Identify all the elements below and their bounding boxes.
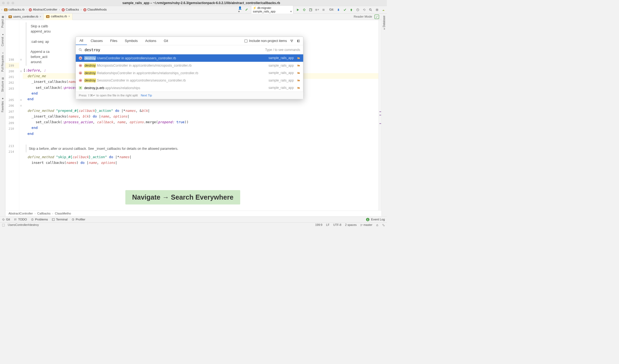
status-branch[interactable]: master — [360, 223, 372, 227]
line-number[interactable]: 203 — [5, 86, 19, 91]
git-commit-icon[interactable] — [343, 8, 347, 12]
popup-tab-all[interactable]: All — [76, 37, 87, 45]
crumb-item[interactable]: ClassMetho — [55, 212, 71, 215]
rail-project[interactable]: Project▦ — [1, 15, 4, 28]
popup-tab-classes[interactable]: Classes — [87, 37, 107, 45]
code-line[interactable]: end — [23, 131, 379, 136]
rail-pull-requests[interactable]: Pull Requests⎌ — [1, 51, 4, 72]
search-result-row[interactable]: mdestroy SessionsController in app/contr… — [76, 77, 303, 84]
code-line[interactable]: define_method "skip_#{callback}_action" … — [23, 154, 379, 160]
rail-favorites[interactable]: Favorites★ — [1, 97, 4, 113]
line-number[interactable]: 208 — [5, 115, 19, 120]
code-line[interactable]: insert callbacks(names) do |name, option… — [23, 160, 379, 165]
line-number[interactable]: 201 — [5, 74, 19, 80]
pin-popup-icon[interactable] — [296, 39, 301, 43]
popup-tab-git[interactable]: Git — [160, 37, 172, 45]
debug-button-icon[interactable] — [302, 8, 306, 12]
line-number[interactable]: 202 — [5, 80, 19, 86]
line-number[interactable]: 209 — [5, 120, 19, 126]
include-non-project-checkbox[interactable]: Include non-project items — [244, 39, 287, 43]
search-result-row[interactable]: Rdestroy.js.erb app/views/relationshipss… — [76, 84, 303, 92]
line-number[interactable]: 198 — [5, 57, 19, 63]
status-caret-pos[interactable]: 199:9 — [315, 223, 323, 227]
line-number[interactable]: 214 — [5, 149, 19, 155]
hammer-build-icon[interactable] — [244, 8, 249, 12]
next-tip-link[interactable]: Next Tip — [141, 94, 152, 97]
popup-tab-actions[interactable]: Actions — [141, 37, 160, 45]
close-tab-icon[interactable]: × — [68, 15, 70, 18]
toolwindow-profiler[interactable]: Profiler — [72, 218, 85, 221]
code-line[interactable] — [23, 136, 379, 142]
popup-tabs: All Classes Files Symbols Actions Git In… — [76, 37, 303, 45]
stop-button-icon[interactable] — [321, 8, 325, 12]
toolwindow-problems[interactable]: Problems — [31, 218, 48, 221]
line-number[interactable]: 213 — [5, 143, 19, 149]
line-number[interactable]: 200 — [5, 69, 19, 74]
search-result-row[interactable]: mdestroy RelationshipsController in app/… — [76, 69, 303, 77]
breadcrumb-module[interactable]: M AbstractController — [28, 8, 58, 12]
status-line-sep[interactable]: LF — [326, 223, 329, 227]
toolwindow-terminal[interactable]: Terminal — [52, 218, 68, 221]
search-result-row[interactable]: mdestroy MicropostsController in app/con… — [76, 62, 303, 69]
code-line[interactable]: define_method "prepend_#{callback}_actio… — [23, 108, 379, 113]
line-number[interactable]: 210 — [5, 126, 19, 132]
status-encoding[interactable]: UTF-8 — [333, 223, 341, 227]
quick-list-icon[interactable] — [2, 224, 5, 226]
code-line[interactable]: set_callback(:process_action, callback, … — [23, 119, 379, 125]
close-tab-icon[interactable]: × — [40, 15, 41, 18]
rail-structure[interactable]: Structure▤ — [1, 76, 4, 92]
run-configuration-select[interactable]: ⚡ db:migrate: sample_rails_app — [251, 5, 293, 14]
line-number[interactable]: 205 — [5, 97, 19, 103]
gear-icon[interactable] — [375, 8, 379, 12]
avatar-icon[interactable] — [382, 8, 386, 12]
inspections-ok-icon[interactable]: ✓ — [375, 14, 379, 19]
user-dropdown-icon[interactable]: 👤▾ — [238, 8, 242, 12]
search-icon[interactable] — [369, 8, 373, 12]
tab-users-controller[interactable]: rb users_controller.rb × — [6, 14, 44, 20]
git-push-icon[interactable] — [349, 8, 353, 12]
close-window-button[interactable] — [2, 2, 5, 4]
rail-database[interactable]: ≡Database — [383, 15, 386, 30]
code-line[interactable] — [23, 102, 379, 108]
editor-scrollbar[interactable] — [378, 20, 381, 211]
git-history-icon[interactable] — [356, 8, 360, 12]
crumb-item[interactable]: AbstractController — [8, 212, 33, 215]
rail-commit[interactable]: Commit● — [1, 32, 4, 47]
toolwindow-event-log[interactable]: Event Log — [371, 218, 385, 221]
status-lock-icon[interactable] — [376, 224, 379, 226]
tab-callbacks[interactable]: rb callbacks.rb × — [44, 14, 73, 20]
popup-search-row: Type / to see commands — [76, 45, 303, 54]
minimize-window-button[interactable] — [7, 2, 9, 4]
line-number[interactable]: 206 — [5, 103, 19, 109]
search-everywhere-popup: All Classes Files Symbols Actions Git In… — [76, 37, 304, 99]
status-context[interactable]: UsersController#destroy — [8, 223, 39, 227]
line-number[interactable] — [5, 92, 19, 97]
popup-tab-symbols[interactable]: Symbols — [121, 37, 141, 45]
toolwindow-git[interactable]: Git — [2, 218, 10, 221]
toolwindow-todo[interactable]: TODO — [14, 218, 27, 221]
line-number[interactable]: 207 — [5, 109, 19, 114]
crumb-item[interactable]: Callbacks — [37, 212, 51, 215]
git-rollback-icon[interactable] — [362, 8, 366, 12]
breadcrumb-module[interactable]: M ClassMethods — [83, 8, 107, 12]
result-project: sample_rails_app — [269, 64, 294, 67]
breadcrumb-file[interactable]: rb callbacks.rb — [3, 8, 25, 12]
zoom-window-button[interactable] — [12, 2, 14, 4]
search-result-row[interactable]: mdestroy UsersController in app/controll… — [76, 54, 303, 62]
popup-tab-files[interactable]: Files — [107, 37, 121, 45]
code-line[interactable]: _insert_callbacks(names, blk) do |name, … — [23, 113, 379, 119]
breadcrumb-back-icon[interactable]: ‹ — [1, 8, 2, 12]
git-update-icon[interactable] — [336, 8, 340, 12]
run-button-icon[interactable] — [296, 8, 300, 12]
filter-icon[interactable] — [290, 39, 294, 43]
svg-point-13 — [79, 48, 81, 51]
search-input[interactable] — [85, 48, 263, 52]
coverage-icon[interactable] — [309, 8, 313, 12]
line-number[interactable]: 199 — [5, 63, 19, 68]
code-line[interactable]: end — [23, 125, 379, 131]
reader-mode-toggle[interactable]: Reader Mode ✓ — [351, 14, 381, 20]
breadcrumb-module[interactable]: M Callbacks — [61, 8, 80, 12]
profiler-dropdown-icon[interactable]: ◉▾ — [315, 8, 319, 12]
status-indent[interactable]: 2 spaces — [345, 223, 357, 227]
status-sync-icon[interactable] — [382, 224, 385, 226]
